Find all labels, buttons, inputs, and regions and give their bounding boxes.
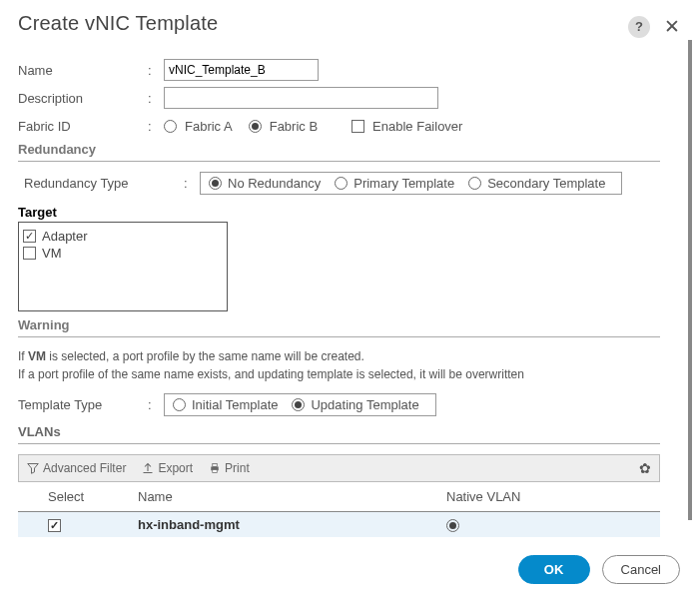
fabric-b-radio[interactable] (249, 120, 262, 133)
name-input[interactable] (164, 59, 319, 81)
native-vlan-radio[interactable] (446, 519, 459, 532)
redundancy-type-label: Redundancy Type (24, 176, 184, 191)
gear-icon[interactable]: ✿ (639, 460, 651, 476)
adapter-checkbox[interactable] (23, 230, 36, 243)
description-input[interactable] (164, 87, 438, 109)
export-button[interactable]: Export (142, 461, 193, 475)
divider (18, 161, 660, 162)
vlan-table-header: Select Name Native VLAN (18, 482, 660, 511)
col-select: Select (48, 489, 138, 504)
vm-checkbox[interactable] (23, 247, 36, 260)
export-icon (142, 462, 154, 474)
fabric-a-radio[interactable] (164, 120, 177, 133)
updating-template-label: Updating Template (311, 397, 418, 412)
divider (18, 336, 660, 337)
no-redundancy-radio[interactable] (209, 177, 222, 190)
fabric-b-radio-label: Fabric B (270, 119, 318, 134)
adapter-option-label: Adapter (42, 229, 88, 244)
filter-icon (27, 462, 39, 474)
redundancy-heading: Redundancy (18, 142, 660, 157)
template-type-label: Template Type (18, 397, 148, 412)
vm-option-label: VM (42, 246, 62, 261)
enable-failover-checkbox[interactable] (351, 120, 364, 133)
print-button[interactable]: Print (209, 461, 250, 475)
vlan-select-checkbox[interactable] (48, 519, 61, 532)
close-icon[interactable]: ✕ (664, 15, 680, 38)
dialog-title: Create vNIC Template (18, 12, 218, 35)
divider (18, 443, 660, 444)
updating-template-radio[interactable] (292, 398, 305, 411)
ok-button[interactable]: OK (518, 555, 590, 584)
initial-template-label: Initial Template (192, 397, 278, 412)
svg-rect-2 (213, 470, 218, 473)
initial-template-radio[interactable] (173, 398, 186, 411)
warning-heading: Warning (18, 317, 660, 332)
secondary-template-radio[interactable] (468, 177, 481, 190)
secondary-template-label: Secondary Template (487, 176, 605, 191)
name-label: Name (18, 63, 148, 78)
no-redundancy-label: No Redundancy (228, 176, 321, 191)
svg-rect-1 (213, 464, 218, 467)
fabric-id-label: Fabric ID (18, 119, 148, 134)
advanced-filter-button[interactable]: Advanced Filter (27, 461, 126, 475)
description-label: Description (18, 91, 148, 106)
fabric-a-radio-label: Fabric A (185, 119, 233, 134)
primary-template-radio[interactable] (335, 177, 348, 190)
vlans-heading: VLANs (18, 424, 660, 439)
target-listbox[interactable]: Adapter VM (18, 222, 228, 311)
target-heading: Target (18, 205, 660, 220)
table-row[interactable]: hx-inband-mgmt (18, 512, 660, 537)
help-icon[interactable]: ? (628, 16, 650, 38)
col-name: Name (138, 489, 446, 504)
col-native: Native VLAN (446, 489, 646, 504)
primary-template-label: Primary Template (353, 176, 454, 191)
cancel-button[interactable]: Cancel (602, 555, 680, 584)
vlan-toolbar: Advanced Filter Export Print ✿ (18, 454, 660, 482)
scrollbar[interactable] (688, 40, 692, 520)
enable-failover-label: Enable Failover (372, 119, 462, 134)
print-icon (209, 462, 221, 474)
warning-text: If VM is selected, a port profile by the… (18, 347, 660, 383)
vlan-name-cell: hx-inband-mgmt (138, 517, 446, 532)
